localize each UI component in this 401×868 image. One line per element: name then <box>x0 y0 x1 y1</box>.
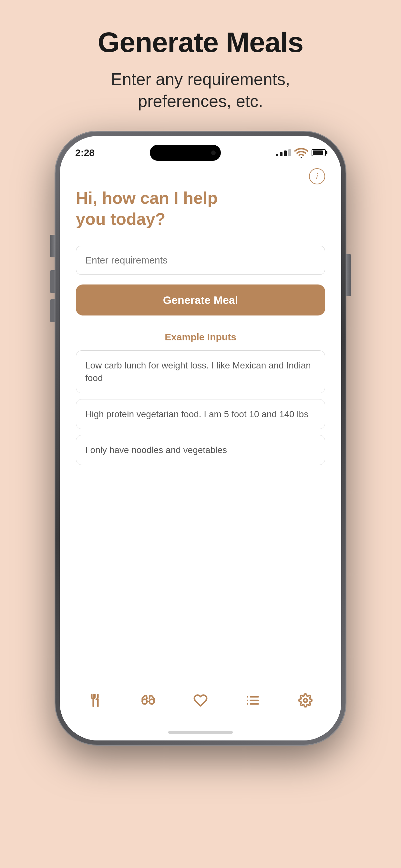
dynamic-island <box>150 145 221 161</box>
home-indicator <box>60 724 341 740</box>
example-inputs-title: Example Inputs <box>76 332 325 343</box>
home-bar <box>168 731 233 734</box>
gear-icon <box>298 693 312 708</box>
tab-settings[interactable] <box>292 690 319 711</box>
info-icon: i <box>316 172 318 181</box>
status-bar: 2:28 <box>60 136 341 162</box>
generate-button[interactable]: Generate Meal <box>76 284 325 315</box>
phone-mockup: 2:28 <box>55 131 346 745</box>
page-title: Generate Meals <box>98 26 304 59</box>
svg-point-0 <box>301 157 302 158</box>
utensils-icon <box>89 693 103 708</box>
status-time: 2:28 <box>75 147 95 158</box>
tab-explore[interactable] <box>135 690 162 711</box>
tab-meals[interactable] <box>82 690 109 711</box>
page-subtitle: Enter any requirements,preferences, etc. <box>111 68 290 112</box>
tab-bar <box>60 676 341 724</box>
example-card-2[interactable]: High protein vegetarian food. I am 5 foo… <box>76 399 325 429</box>
wifi-icon <box>294 146 308 160</box>
phone-outer: 2:28 <box>55 131 346 745</box>
status-icons <box>276 146 326 160</box>
signal-icon <box>276 149 291 156</box>
example-card-3[interactable]: I only have noodles and vegetables <box>76 435 325 465</box>
list-icon <box>246 693 260 708</box>
tab-list[interactable] <box>239 690 266 711</box>
greeting-text: Hi, how can I helpyou today? <box>76 188 325 229</box>
info-button[interactable]: i <box>309 168 325 184</box>
tab-favorites[interactable] <box>187 690 214 711</box>
phone-inner: 2:28 <box>60 136 341 740</box>
example-card-1[interactable]: Low carb lunch for weight loss. I like M… <box>76 350 325 393</box>
svg-point-12 <box>304 699 307 702</box>
binoculars-icon <box>141 693 155 708</box>
battery-icon <box>312 149 326 156</box>
app-content: i Hi, how can I helpyou today? Generate … <box>60 162 341 676</box>
heart-icon <box>193 693 208 708</box>
requirements-input[interactable] <box>76 246 325 275</box>
